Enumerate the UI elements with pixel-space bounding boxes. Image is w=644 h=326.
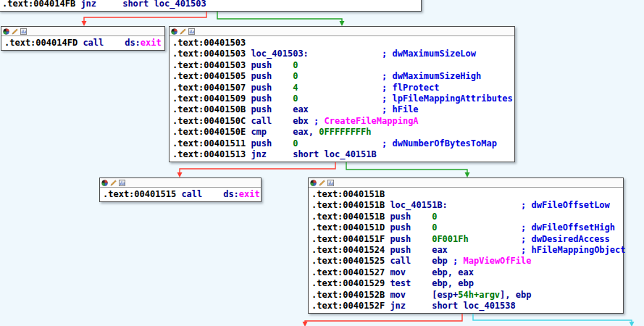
graph-canvas[interactable]: .text:004014FB jnz short loc_401503.text… xyxy=(0,0,644,326)
node-color-icon[interactable] xyxy=(101,180,108,186)
node-titlebar xyxy=(1,27,164,36)
node-titlebar xyxy=(170,27,514,36)
code-block: .text:004014FD call ds:exit xyxy=(1,36,164,50)
code-line[interactable]: .text:00401527 mov ebp, eax xyxy=(311,267,620,278)
edge-004014FB-true xyxy=(217,12,345,26)
code-line[interactable]: .text:00401515 call ds:exit xyxy=(103,189,258,200)
address-text: .text:0040152B xyxy=(311,290,390,300)
address-text: .text:0040150C xyxy=(172,116,251,126)
code-line[interactable]: .text:00401503 push 0 xyxy=(172,60,511,71)
number-literal: 54h+argv xyxy=(458,290,500,300)
code-text: mov [esp+ xyxy=(390,290,458,300)
edge-0040152F-true xyxy=(473,314,635,326)
node-color-icon[interactable] xyxy=(310,180,317,186)
code-line[interactable]: .text:0040151D push 0 ; dwFileOffsetHigh xyxy=(311,222,620,233)
node-group-icon[interactable] xyxy=(188,28,195,35)
address-text: .text:00401515 xyxy=(103,189,181,199)
code-line[interactable]: .text:0040152F jnz short loc_401538 xyxy=(311,301,620,312)
code-line[interactable]: .text:0040150C call ebx ; CreateFileMapp… xyxy=(172,116,511,127)
comment-text: ; dwNumberOfBytesToMap xyxy=(298,138,497,149)
code-block: .text:00401503.text:00401503 loc_401503:… xyxy=(170,36,514,162)
node-titlebar xyxy=(100,178,261,188)
node-titlebar xyxy=(309,178,623,188)
address-text: .text:00401503 xyxy=(172,60,251,70)
code-line[interactable]: .text:00401509 push 0 ; lpFileMappingAtt… xyxy=(172,93,511,104)
node-edit-icon[interactable] xyxy=(12,28,18,35)
code-line[interactable]: .text:0040152B mov [esp+54h+argv], ebp xyxy=(311,290,620,301)
code-line[interactable]: .text:00401524 push eax ; hFileMappingOb… xyxy=(311,245,620,256)
address-text: .text:00401527 xyxy=(311,267,390,277)
code-text: push xyxy=(390,212,432,222)
node-00401503[interactable]: .text:00401503.text:00401503 loc_401503:… xyxy=(169,26,515,162)
code-block: .text:004014FB jnz short loc_401503 xyxy=(0,0,421,11)
comment-text: ; lpFileMappingAttributes xyxy=(298,93,512,104)
api-name: CreateFileMappingA xyxy=(325,116,419,126)
edge-0040152F-false xyxy=(303,314,463,326)
comment-text: ; flProtect xyxy=(298,83,439,93)
code-text: ], ebp xyxy=(500,290,531,300)
address-text: .text:00401503 xyxy=(172,49,251,59)
code-text: push xyxy=(251,71,293,81)
code-text: push xyxy=(251,138,293,149)
code-line[interactable]: .text:0040151B push 0 xyxy=(311,212,620,222)
code-line[interactable]: .text:0040151B xyxy=(311,189,620,200)
code-line[interactable]: .text:00401503 xyxy=(172,38,511,49)
code-line[interactable]: .text:0040151F push 0F001Fh ; dwDesiredA… xyxy=(311,234,620,245)
code-line[interactable]: .text:00401507 push 4 ; flProtect xyxy=(172,83,511,93)
address-text: .text:0040152F xyxy=(311,301,390,311)
node-00401515[interactable]: .text:00401515 call ds:exit xyxy=(99,177,262,202)
address-text: .text:0040150B xyxy=(172,104,251,114)
node-004014FD[interactable]: .text:004014FD call ds:exit xyxy=(1,26,165,51)
comment-text: ; hFileMappingObject xyxy=(448,245,626,255)
code-line[interactable]: .text:004014FB jnz short loc_401503 xyxy=(2,0,418,9)
address-text: .text:00401503 xyxy=(172,38,246,48)
code-line[interactable]: .text:00401525 call ebp ; MapViewOfFile xyxy=(311,256,620,267)
node-edit-icon[interactable] xyxy=(180,28,186,35)
code-text: call ds: xyxy=(83,38,140,48)
address-text: .text:00401509 xyxy=(172,93,251,104)
node-0040151B[interactable]: .text:0040151B.text:0040151B loc_40151B:… xyxy=(308,177,624,314)
code-text: call ebp xyxy=(390,256,453,266)
code-line[interactable]: .text:00401513 jnz short loc_40151B xyxy=(172,149,511,160)
code-line[interactable]: .text:0040150B push eax ; hFile xyxy=(172,104,511,115)
comment-text: ; dwFileOffsetLow xyxy=(448,200,610,210)
node-edit-icon[interactable] xyxy=(110,180,117,186)
code-text: loc_40151B: xyxy=(390,200,447,210)
edge-004014FB-false xyxy=(82,12,207,26)
code-text: push xyxy=(251,93,293,104)
code-text: push eax xyxy=(251,104,308,114)
comment-text: ; dwFileOffsetHigh xyxy=(437,222,615,233)
code-text: push xyxy=(251,60,293,70)
node-color-icon[interactable] xyxy=(171,28,177,35)
node-edit-icon[interactable] xyxy=(319,180,325,186)
comment-text: ; dwMaximumSizeHigh xyxy=(298,71,481,81)
code-text: jnz short loc_401538 xyxy=(390,301,515,311)
code-line[interactable]: .text:00401505 push 0 ; dwMaximumSizeHig… xyxy=(172,71,511,82)
node-color-icon[interactable] xyxy=(3,28,9,35)
comment-text: ; xyxy=(314,116,324,126)
code-line[interactable]: .text:00401511 push 0 ; dwNumberOfBytesT… xyxy=(172,138,511,149)
address-text: .text:004014FB xyxy=(2,0,80,9)
node-group-icon[interactable] xyxy=(119,180,125,186)
address-text: .text:00401511 xyxy=(172,138,251,149)
node-004014FB[interactable]: .text:004014FB jnz short loc_401503 xyxy=(0,0,422,12)
code-block: .text:00401515 call ds:exit xyxy=(100,188,261,201)
code-block: .text:0040151B.text:0040151B loc_40151B:… xyxy=(309,188,623,313)
node-group-icon[interactable] xyxy=(20,28,27,35)
number-literal: 0 xyxy=(293,60,298,70)
code-line[interactable]: .text:00401529 test ebp, ebp xyxy=(311,278,620,289)
comment-text: ; hFile xyxy=(309,104,419,114)
address-text: .text:00401513 xyxy=(172,149,251,159)
code-text: test ebp, ebp xyxy=(390,278,474,288)
code-text: jnz short loc_401503 xyxy=(80,0,206,9)
code-line[interactable]: .text:004014FD call ds:exit xyxy=(4,38,162,49)
code-line[interactable]: .text:00401503 loc_401503: ; dwMaximumSi… xyxy=(172,49,511,59)
code-text: call ds: xyxy=(181,189,238,199)
code-line[interactable]: .text:0040151B loc_40151B: ; dwFileOffse… xyxy=(311,200,620,211)
code-text: push eax xyxy=(390,245,447,255)
node-group-icon[interactable] xyxy=(327,180,334,186)
address-text: .text:00401505 xyxy=(172,71,251,81)
code-line[interactable]: .text:0040150E cmp eax, 0FFFFFFFFh xyxy=(172,127,511,138)
address-text: .text:0040151F xyxy=(311,234,390,244)
code-text: push xyxy=(251,83,293,93)
